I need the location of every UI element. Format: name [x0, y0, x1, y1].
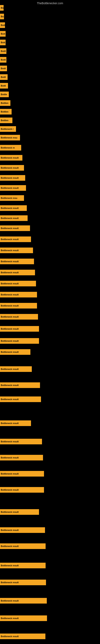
bar-item: Bottlen	[0, 109, 12, 114]
bar-label: Bottleneck result	[1, 368, 19, 370]
bar-label: Bottleneck result	[1, 156, 19, 159]
bar-item: Bottleneck r	[0, 126, 16, 132]
bar-label: Bottleneck result	[1, 489, 19, 491]
bar-label: Bottleneck resu	[1, 136, 17, 139]
bar-item: Bottl	[0, 83, 8, 88]
bar-item: Bottleneck result	[0, 215, 28, 221]
bar-label: Bottleneck result	[1, 351, 19, 353]
bar-item: Bottl	[0, 66, 7, 71]
bar-label: Bottleneck result	[1, 271, 19, 274]
bar-item: Bottleneck resu	[0, 135, 20, 140]
bar-item: Bottleneck result	[0, 205, 27, 211]
bar-label: Bottleneck result	[1, 177, 19, 179]
bar-item: Bottleneck resu	[0, 195, 24, 201]
bar-label: Bottleneck result	[1, 282, 19, 285]
bar-label: Bottleneck result	[1, 456, 19, 459]
bar-item: Bottleneck result	[0, 598, 47, 604]
bar-label: Bottleneck result	[1, 260, 19, 263]
bar-label: Bottlen	[1, 110, 8, 113]
bar-label: Bottleneck result	[1, 529, 19, 531]
bar-item: Bottle	[0, 92, 9, 97]
bar-item: Bottleneck result	[0, 349, 30, 355]
bar-label: Bottleneck result	[1, 187, 19, 189]
bar-label: Bottl	[1, 50, 6, 52]
bar-item: Bott	[0, 40, 6, 45]
bar-label: Bottleneck result	[1, 227, 19, 230]
bar-item: Bottleneck result	[0, 165, 24, 171]
bar-item: Bottleneck result	[0, 563, 46, 568]
bar-label: Bottlen	[1, 102, 8, 104]
bar-label: Bott	[1, 41, 5, 44]
bar-label: Bottleneck result	[1, 384, 19, 386]
bar-item: Bottl	[0, 74, 8, 80]
bar-item: Bottleneck result	[0, 155, 22, 160]
bar-item: Bottleneck result	[0, 185, 26, 191]
bar-label: Bottleneck re	[1, 146, 15, 149]
bar-item: Bottleneck result	[0, 258, 34, 264]
bar-label: Bottl	[1, 67, 6, 70]
bar-label: Bottleneck result	[1, 600, 19, 602]
bar-label: Bottleneck result	[1, 440, 19, 443]
bar-label: Bottleneck result	[1, 238, 19, 240]
site-title: TheBottlenecker.com	[0, 0, 100, 6]
bar-label: Bottl	[1, 76, 6, 78]
bar-label: Bottleneck result	[1, 294, 19, 296]
bar-item: Bottleneck re	[0, 145, 21, 150]
bar-label: Bottle	[1, 93, 7, 96]
bar-item: Bottleneck result	[0, 634, 46, 639]
bar-item: Bott	[0, 31, 6, 37]
bar-item: Bottleneck result	[0, 455, 43, 460]
bar-item: Bottleneck result	[0, 420, 31, 426]
bar-label: Bott	[1, 24, 5, 26]
bar-label: Bottleneck result	[1, 340, 19, 342]
bar-item: Bottleneck result	[0, 509, 39, 515]
bar-label: Bottleneck result	[1, 545, 19, 548]
bar-item: Bottleneck result	[0, 338, 39, 344]
bar-label: Bottleneck result	[1, 581, 19, 584]
bar-label: Bottleneck result	[1, 422, 19, 424]
bar-label: Bott	[1, 32, 5, 35]
bar-item: Bottl	[0, 57, 6, 62]
bar-item: Bottleneck result	[0, 248, 33, 253]
bar-label: Bottleneck result	[1, 564, 19, 567]
bar-label: Bottleneck result	[1, 167, 19, 169]
bar-item: Bottlen	[0, 118, 12, 123]
bar-label: Bottleneck result	[1, 511, 19, 513]
bar-label: Bottleneck result	[1, 472, 19, 475]
bar-label: Bottl	[1, 84, 6, 87]
bar-item: Bottleneck result	[0, 527, 45, 533]
bar-label: Bottleneck result	[1, 304, 19, 307]
bar-label: Bottleneck result	[1, 328, 19, 330]
bar-item: Bottleneck result	[0, 580, 46, 585]
bar-label: Bottleneck r	[1, 128, 14, 130]
bar-label: Bottleneck resu	[1, 197, 17, 199]
bar-item: Bottleneck result	[0, 303, 37, 308]
bar-item: Bottlen	[0, 100, 10, 106]
bar-item: Bottleneck result	[0, 292, 37, 298]
bar-item: Bottleneck result	[0, 366, 32, 372]
bar-label: Bottl	[1, 58, 6, 61]
bar-item: Bottleneck result	[0, 382, 40, 388]
bar-item: Bottleneck result	[0, 439, 42, 444]
bar-label: Bottleneck result	[1, 635, 19, 638]
bar-label: Bottleneck result	[1, 617, 19, 620]
bar-item: Bo	[0, 14, 4, 19]
bar-item: Bottleneck result	[0, 471, 44, 476]
bar-item: Bottleneck result	[0, 226, 30, 231]
bar-item: Bottleneck result	[0, 175, 25, 181]
bar-label: Bottleneck result	[1, 398, 19, 400]
bar-item: Bottleneck result	[0, 544, 46, 549]
bar-item: Bottleneck result	[0, 396, 41, 402]
bar-label: Bottleneck result	[1, 249, 19, 252]
bar-label: Bo	[1, 7, 3, 9]
bar-item: Bo	[0, 5, 3, 11]
bar-label: Bottlen	[1, 119, 8, 122]
bar-item: Bottleneck result	[0, 314, 38, 320]
bar-label: Bo	[1, 15, 4, 18]
bar-item: Bott	[0, 22, 5, 28]
bar-label: Bottleneck result	[1, 316, 19, 318]
bar-item: Bottleneck result	[0, 616, 47, 621]
bar-item: Bottl	[0, 48, 6, 54]
bar-item: Bottleneck result	[0, 326, 39, 332]
bar-label: Bottleneck result	[1, 217, 19, 219]
